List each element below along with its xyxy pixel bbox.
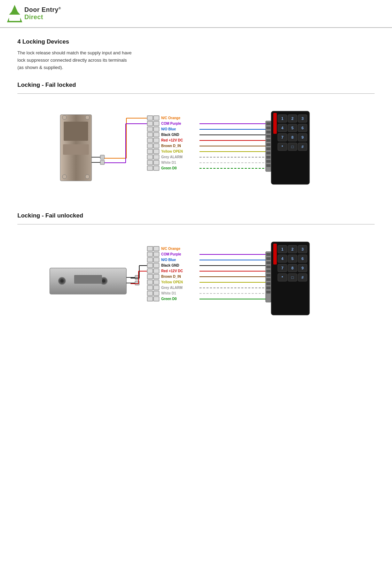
svg-rect-70 (266, 164, 271, 167)
svg-rect-32 (147, 166, 153, 170)
svg-text:Grey ALARM: Grey ALARM (161, 286, 182, 290)
svg-rect-107 (147, 246, 153, 251)
svg-text:5: 5 (291, 126, 293, 130)
svg-rect-69 (266, 160, 271, 163)
svg-text:Green D0: Green D0 (161, 166, 177, 170)
section-title: 4 Locking Devices (17, 38, 375, 45)
svg-rect-153 (266, 253, 271, 256)
svg-rect-27 (154, 149, 159, 154)
svg-rect-113 (147, 263, 153, 268)
svg-rect-125 (147, 297, 153, 301)
svg-point-8 (62, 175, 66, 179)
svg-rect-118 (154, 274, 159, 279)
svg-text:5: 5 (291, 257, 293, 261)
svg-rect-111 (147, 258, 153, 262)
logo-text: Door Entry® Direct (24, 6, 61, 21)
svg-rect-156 (266, 266, 271, 268)
svg-rect-29 (154, 155, 159, 159)
svg-rect-20 (147, 132, 153, 137)
svg-rect-66 (266, 147, 271, 150)
svg-rect-158 (266, 274, 271, 277)
svg-rect-117 (147, 274, 153, 279)
svg-point-9 (85, 175, 89, 179)
svg-text:7: 7 (281, 266, 283, 270)
svg-rect-121 (147, 285, 153, 290)
svg-text:N/O Blue: N/O Blue (161, 258, 176, 262)
main-content: 4 Locking Devices The lock release shoul… (0, 28, 392, 360)
svg-text:6: 6 (301, 126, 304, 130)
logo-icon (7, 5, 22, 22)
svg-rect-114 (154, 263, 159, 268)
svg-rect-22 (147, 138, 153, 143)
svg-text:1: 1 (281, 116, 283, 121)
svg-text:Grey ALARM: Grey ALARM (161, 155, 182, 159)
svg-text:7: 7 (281, 135, 283, 139)
svg-text:9: 9 (301, 266, 304, 270)
svg-text:4: 4 (281, 126, 284, 130)
svg-text:4: 4 (281, 257, 284, 261)
svg-text:3: 3 (301, 247, 304, 251)
brand-line1: Door Entry® (24, 6, 61, 14)
svg-rect-61 (266, 127, 271, 129)
svg-text:#: # (301, 275, 304, 280)
svg-rect-120 (154, 280, 159, 284)
svg-rect-21 (154, 132, 159, 137)
section-desc: The lock release should match the supply… (17, 49, 375, 71)
svg-rect-157 (266, 270, 271, 273)
svg-rect-72 (273, 113, 277, 134)
wiring-svg-2: N/C Orange COM Purple N/O Blue Black GND… (39, 235, 353, 332)
svg-rect-160 (266, 282, 271, 285)
svg-rect-123 (147, 291, 153, 296)
svg-point-99 (60, 279, 64, 283)
svg-text:2: 2 (291, 247, 293, 251)
wiring-diagram-fail-unlocked: N/C Orange COM Purple N/O Blue Black GND… (17, 235, 375, 332)
svg-point-7 (85, 115, 89, 120)
section-4-locking: 4 Locking Devices The lock release shoul… (17, 38, 375, 71)
svg-rect-24 (147, 144, 153, 148)
svg-text:□: □ (291, 145, 294, 149)
svg-rect-155 (266, 261, 271, 264)
fail-unlocked-title: Locking - Fail unlocked (17, 212, 375, 219)
svg-rect-116 (154, 269, 159, 273)
svg-text:6: 6 (301, 257, 304, 261)
svg-rect-65 (266, 143, 271, 146)
svg-rect-62 (266, 131, 271, 133)
svg-rect-25 (154, 144, 159, 148)
svg-rect-60 (266, 122, 271, 125)
svg-rect-5 (63, 144, 89, 155)
wiring-svg-1: N/C Orange COM Purple N/O Blue Black GND… (39, 104, 353, 195)
svg-rect-154 (266, 257, 271, 260)
svg-rect-112 (154, 258, 159, 262)
svg-rect-161 (266, 286, 271, 289)
svg-rect-11 (100, 155, 104, 159)
svg-text:*: * (282, 145, 283, 149)
svg-text:Green D0: Green D0 (161, 297, 177, 301)
svg-rect-162 (266, 291, 271, 293)
svg-rect-122 (154, 285, 159, 290)
svg-rect-109 (147, 252, 153, 257)
svg-rect-14 (147, 116, 153, 120)
fail-locked-section: Locking - Fail locked (17, 82, 375, 195)
svg-text:Brown D_IN: Brown D_IN (161, 275, 181, 278)
fail-unlocked-section: Locking - Fail unlocked (17, 212, 375, 332)
svg-text:9: 9 (301, 135, 304, 139)
svg-rect-63 (266, 135, 271, 138)
svg-text:8: 8 (291, 135, 293, 139)
svg-rect-67 (266, 152, 271, 154)
svg-text:#: # (301, 145, 304, 149)
svg-text:2: 2 (291, 116, 293, 121)
svg-rect-28 (147, 155, 153, 159)
svg-rect-164 (273, 244, 277, 265)
svg-text:COM Purple: COM Purple (161, 252, 181, 256)
svg-rect-4 (64, 122, 88, 141)
svg-text:White D1: White D1 (161, 291, 176, 295)
svg-text:Brown D_IN: Brown D_IN (161, 144, 181, 148)
svg-rect-110 (154, 252, 159, 257)
svg-rect-102 (74, 275, 102, 284)
svg-rect-68 (266, 156, 271, 159)
svg-rect-30 (147, 160, 153, 165)
svg-rect-159 (266, 278, 271, 281)
svg-rect-16 (147, 121, 153, 126)
svg-text:□: □ (291, 275, 294, 280)
fail-locked-title: Locking - Fail locked (17, 82, 375, 89)
